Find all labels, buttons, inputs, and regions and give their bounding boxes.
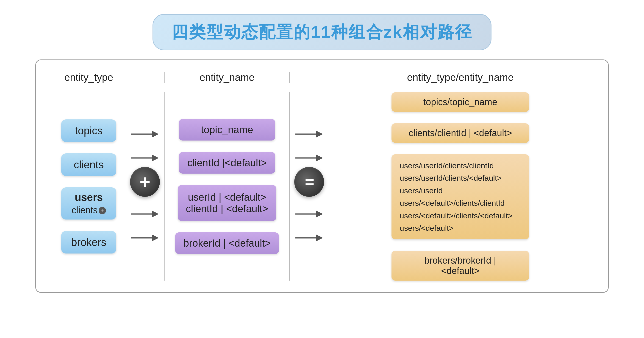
entity-name-topic: topic_name — [179, 119, 275, 140]
entity-type-brokers: brokers — [61, 231, 116, 253]
result-topics: topics/topic_name — [392, 92, 529, 112]
arrow-equals-group: = — [294, 152, 324, 197]
result-line-3: users/userId — [400, 184, 521, 197]
result-line-2: users/userId/clients/<default> — [400, 172, 521, 184]
header-row: entity_type entity_name entity_type/enti… — [52, 72, 592, 83]
equals-operator: = — [294, 167, 324, 197]
arrow-3 — [131, 208, 159, 221]
plus-operator: + — [130, 167, 160, 197]
entity-name-user-client: userId | <default> clientId | <default> — [178, 185, 276, 221]
svg-marker-7 — [152, 234, 159, 241]
small-plus-icon: + — [98, 207, 106, 214]
arrow-plus-group: + — [130, 152, 160, 197]
svg-marker-9 — [316, 131, 323, 137]
arrow-2 — [131, 152, 159, 165]
entity-type-clients: clients — [61, 153, 116, 176]
arrow-r2 — [296, 152, 323, 165]
entity-type-topics: topics — [61, 119, 116, 142]
arrow-4 — [131, 232, 159, 245]
result-line-1: users/userId/clients/clientId — [400, 159, 521, 172]
svg-marker-1 — [152, 131, 159, 137]
header-result: entity_type/entity_name — [329, 72, 592, 83]
main-container: 四类型动态配置的11种组合zk相对路径 entity_type entity_n… — [24, 14, 620, 324]
result-broker-line-1: brokers/brokerId | — [400, 255, 521, 266]
entity-name-broker: brokerId | <default> — [175, 232, 279, 254]
result-brokers: brokers/brokerId | <default> — [392, 251, 529, 281]
result-line-6: users/<default> — [400, 222, 521, 234]
result-users-clients: users/userId/clients/clientId users/user… — [392, 154, 529, 239]
header-entity-type: entity_type — [52, 72, 126, 83]
entity-name-client: clientId |<default> — [179, 152, 275, 174]
arrow-r4 — [296, 232, 323, 245]
svg-marker-5 — [152, 211, 159, 218]
arrow-col-2: = — [290, 128, 329, 245]
arrow-1 — [131, 128, 159, 141]
svg-marker-3 — [152, 154, 159, 161]
title-text: 四类型动态配置的11种组合zk相对路径 — [172, 23, 472, 41]
svg-marker-15 — [316, 234, 323, 241]
title-banner: 四类型动态配置的11种组合zk相对路径 — [152, 14, 492, 50]
arrow-col-1: + — [126, 128, 164, 245]
header-entity-name: entity_name — [165, 72, 289, 83]
result-line-5: users/<default>/clients/<default> — [400, 209, 521, 222]
diagram-wrapper: entity_type entity_name entity_type/enti… — [35, 60, 609, 293]
entity-type-users-clients: users clients+ — [61, 187, 116, 220]
entity-name-col: topic_name clientId |<default> userId | … — [165, 119, 289, 254]
result-line-4: users/<default>/clients/clientId — [400, 197, 521, 209]
result-broker-line-2: <default> — [400, 266, 521, 276]
diagram-body: topics clients users clients+ brokers — [52, 92, 592, 281]
arrow-r1 — [296, 128, 323, 141]
svg-marker-13 — [316, 211, 323, 218]
entity-type-col: topics clients users clients+ brokers — [52, 119, 126, 253]
svg-marker-11 — [316, 154, 323, 161]
divider-2 — [289, 72, 290, 83]
result-clients: clients/clientId | <default> — [392, 123, 529, 143]
arrow-r3 — [296, 208, 323, 221]
result-col: topics/topic_name clients/clientId | <de… — [329, 92, 592, 281]
